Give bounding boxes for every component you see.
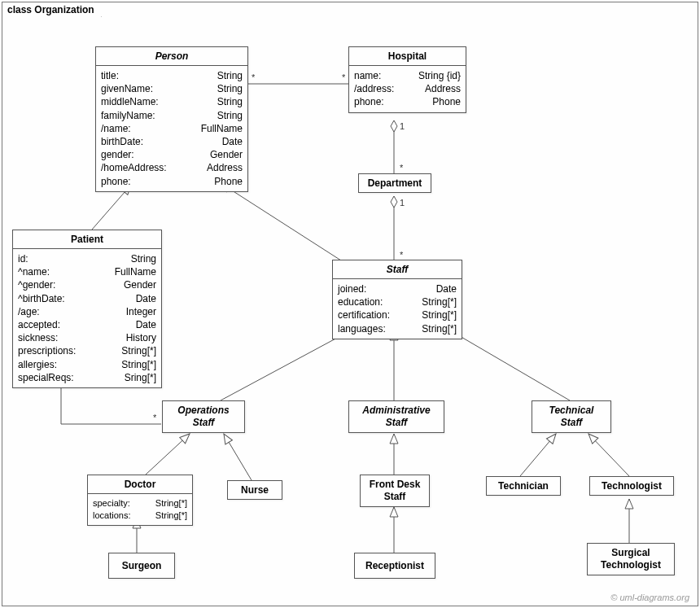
class-title: Doctor [88,475,192,494]
class-attrs: name:String {id} /address:Address phone:… [349,66,466,112]
class-title: AdministrativeStaff [349,401,444,432]
class-administrative-staff: AdministrativeStaff [348,400,444,433]
class-person: Person title:String givenName:String mid… [95,46,248,192]
class-hospital: Hospital name:String {id} /address:Addre… [348,46,466,113]
svg-line-12 [520,434,556,476]
class-nurse: Nurse [227,480,282,500]
class-title: SurgicalTechnologist [588,544,674,575]
class-title: Technician [487,477,560,495]
class-operations-staff: OperationsStaff [162,400,245,433]
class-attrs: specialty:String[*] locations:String[*] [88,494,192,525]
svg-line-9 [224,434,252,480]
class-technical-staff: TechnicalStaff [532,400,611,433]
diagram-frame: class Organization [2,2,698,606]
class-title: Staff [333,260,462,279]
class-surgical-technologist: SurgicalTechnologist [587,543,675,575]
class-title: OperationsStaff [163,401,244,432]
class-department: Department [358,173,431,193]
class-staff: Staff joined:Date education:String[*] ce… [332,260,462,339]
mult-patient-ops-b: * [153,413,157,422]
mult-dept-staff-one: 1 [400,198,405,208]
mult-dept-staff-star: * [400,250,404,260]
class-title: Technologist [590,477,673,495]
class-title: Person [96,47,247,66]
svg-line-7 [450,330,570,400]
class-front-desk-staff: Front DeskStaff [360,475,430,507]
class-title: Surgeon [109,557,174,575]
class-title: Hospital [349,47,466,66]
class-doctor: Doctor specialty:String[*] locations:Str… [87,475,193,526]
class-patient: Patient id:String ^name:FullName ^gender… [12,230,162,388]
mult-hospital-dept-star: * [400,163,404,173]
class-title: Patient [13,230,161,249]
svg-line-13 [588,434,629,476]
class-attrs: title:String givenName:String middleName… [96,66,247,191]
class-receptionist: Receptionist [354,553,435,579]
frame-label: class Organization [2,2,102,17]
class-technologist: Technologist [589,476,674,496]
svg-line-5 [221,330,351,400]
watermark: © uml-diagrams.org [610,593,689,602]
mult-hospital-dept-one: 1 [400,121,405,131]
class-attrs: joined:Date education:String[*] certific… [333,279,462,339]
mult-person-hospital-b: * [342,72,346,82]
svg-line-8 [146,434,190,475]
class-surgeon: Surgeon [108,553,175,579]
class-title: Department [359,174,431,192]
class-title: TechnicalStaff [532,401,610,432]
class-title: Front DeskStaff [361,475,429,506]
class-attrs: id:String ^name:FullName ^gender:Gender … [13,249,161,387]
class-title: Nurse [228,481,282,499]
mult-person-hospital-a: * [252,72,256,82]
class-technician: Technician [486,476,561,496]
class-title: Receptionist [355,557,435,575]
svg-line-4 [221,183,352,268]
